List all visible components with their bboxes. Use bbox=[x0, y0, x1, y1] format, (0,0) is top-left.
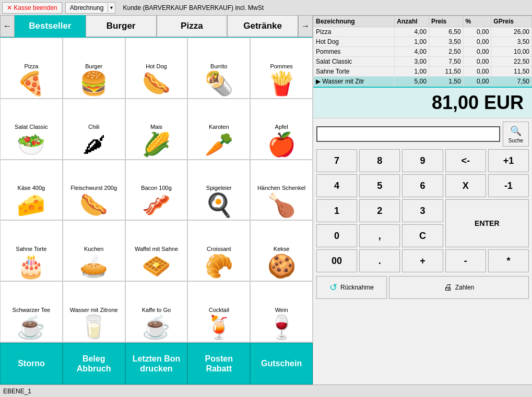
btn-8[interactable]: 8 bbox=[359, 149, 400, 172]
btn-minus[interactable]: - bbox=[445, 249, 486, 272]
product-label: Cocktail bbox=[209, 307, 229, 314]
search-icon: 🔍 bbox=[510, 125, 522, 137]
product-chili[interactable]: Chili🌶 bbox=[63, 99, 125, 160]
product-label: Kekse bbox=[274, 246, 290, 252]
product-spigeleier[interactable]: Spigeleier🍳 bbox=[187, 160, 250, 221]
product-waffel-mit-sahne[interactable]: Waffel mit Sahne🧇 bbox=[125, 220, 188, 281]
btn-plus1[interactable]: +1 bbox=[488, 149, 529, 172]
col-bezeichnung: Bezeichnung bbox=[314, 16, 395, 27]
product-fleischwurst-200g[interactable]: Fleischwurst 200g🌭 bbox=[63, 160, 125, 221]
tab-burger[interactable]: Burger bbox=[86, 15, 157, 37]
table-row[interactable]: Pommes 4,00 2,50 0,00 10,00 bbox=[314, 47, 532, 57]
product-icon: 🥐 bbox=[205, 255, 233, 278]
table-row[interactable]: Pizza 4,00 6,50 0,00 26,00 bbox=[314, 27, 532, 37]
product-wasser-mit-zitrone[interactable]: Wasser mit Zitrone🥛 bbox=[63, 281, 125, 342]
cell-pct: 0,00 bbox=[463, 27, 491, 37]
btn-dot[interactable]: . bbox=[359, 249, 400, 272]
btn-0[interactable]: 0 bbox=[316, 224, 357, 247]
product-burger[interactable]: Burger🍔 bbox=[63, 38, 125, 99]
order-table: Bezeichnung Anzahl Preis % GPreis Pizza … bbox=[313, 16, 532, 87]
category-tabs: ← Bestseller Burger Pizza Getränke → bbox=[0, 16, 313, 38]
btn-3[interactable]: 3 bbox=[402, 199, 443, 222]
product-salat-classic[interactable]: Salat Classic🥗 bbox=[0, 99, 63, 160]
product-käse-400g[interactable]: Käse 400g🧀 bbox=[0, 160, 63, 221]
btn-9[interactable]: 9 bbox=[402, 149, 443, 172]
btn-1[interactable]: 1 bbox=[316, 199, 357, 222]
search-label: Suche bbox=[509, 138, 523, 143]
product-croissant[interactable]: Croissant🥐 bbox=[187, 220, 250, 281]
zahlen-button[interactable]: 🖨 Zahlen bbox=[389, 276, 529, 299]
table-row[interactable]: ▶ Wasser mit Zitr 5,00 1,50 0,00 7,50 bbox=[314, 77, 532, 87]
product-pizza[interactable]: Pizza🍕 bbox=[0, 38, 63, 99]
tab-getraenke[interactable]: Getränke bbox=[227, 15, 298, 37]
btn-7[interactable]: 7 bbox=[316, 149, 357, 172]
product-icon: 🍹 bbox=[205, 316, 233, 339]
product-kekse[interactable]: Kekse🍪 bbox=[250, 220, 313, 281]
btn-6[interactable]: 6 bbox=[402, 174, 443, 197]
product-apfel[interactable]: Apfel🍎 bbox=[250, 99, 313, 160]
product-sahne-torte[interactable]: Sahne Torte🎂 bbox=[0, 220, 63, 281]
btn-mul[interactable]: * bbox=[488, 249, 529, 272]
right-panel: Bezeichnung Anzahl Preis % GPreis Pizza … bbox=[313, 16, 532, 384]
ruecknahme-button[interactable]: ↺ Rücknahme bbox=[316, 276, 387, 299]
cell-gpreis: 3,50 bbox=[491, 37, 532, 47]
btn-00[interactable]: 00 bbox=[316, 249, 357, 272]
action-storno[interactable]: Storno bbox=[0, 343, 63, 384]
product-bacon-100g[interactable]: Bacon 100g🥓 bbox=[125, 160, 188, 221]
product-mais[interactable]: Mais🌽 bbox=[125, 99, 188, 160]
product-cocktail[interactable]: Cocktail🍹 bbox=[187, 281, 250, 342]
product-schwarzer-tee[interactable]: Schwarzer Tee☕ bbox=[0, 281, 63, 342]
product-label: Sahne Torte bbox=[16, 246, 46, 252]
btn-4[interactable]: 4 bbox=[316, 174, 357, 197]
close-button[interactable]: ✕ Kasse beenden bbox=[2, 2, 62, 14]
product-icon: 🥛 bbox=[79, 316, 108, 339]
product-burrito[interactable]: Burrito🌯 bbox=[187, 38, 250, 99]
table-row[interactable]: Salat Classic 3,00 7,50 0,00 22,50 bbox=[314, 57, 532, 67]
action-letzten-bon-drucken[interactable]: Letzten Bon drucken bbox=[125, 343, 188, 384]
tab-bestseller[interactable]: Bestseller bbox=[15, 15, 86, 37]
action-gutschein[interactable]: Gutschein bbox=[250, 343, 313, 384]
btn-enter[interactable]: ENTER bbox=[445, 199, 529, 247]
cell-preis: 11,50 bbox=[429, 67, 463, 77]
product-icon: 🍕 bbox=[17, 72, 45, 95]
product-icon: 🍳 bbox=[205, 194, 233, 216]
btn-x[interactable]: X bbox=[445, 174, 486, 197]
numpad-input[interactable] bbox=[316, 126, 500, 142]
billing-arrow[interactable]: ▾ bbox=[108, 4, 115, 11]
product-icon: 🍪 bbox=[267, 255, 296, 278]
cell-gpreis: 11,50 bbox=[491, 67, 532, 77]
product-pommes[interactable]: Pommes🍟 bbox=[250, 38, 313, 99]
product-hänchen-schenkel[interactable]: Hänchen Schenkel🍗 bbox=[250, 160, 313, 221]
product-label: Salat Classic bbox=[15, 124, 48, 130]
prev-category-button[interactable]: ← bbox=[0, 15, 15, 37]
table-row[interactable]: Sahne Torte 1,00 11,50 0,00 11,50 bbox=[314, 67, 532, 77]
tab-pizza[interactable]: Pizza bbox=[157, 15, 228, 37]
btn-2[interactable]: 2 bbox=[359, 199, 400, 222]
search-button[interactable]: 🔍 Suche bbox=[503, 122, 529, 147]
btn-c[interactable]: C bbox=[402, 224, 443, 247]
product-grid: Pizza🍕Burger🍔Hot Dog🌭Burrito🌯Pommes🍟Sala… bbox=[0, 38, 313, 343]
product-label: Käse 400g bbox=[18, 185, 45, 191]
product-label: Waffel mit Sahne bbox=[135, 246, 178, 252]
table-row[interactable]: Hot Dog 1,00 3,50 0,00 3,50 bbox=[314, 37, 532, 47]
product-karoten[interactable]: Karoten🥕 bbox=[187, 99, 250, 160]
product-kaffe-to-go[interactable]: Kaffe to Go☕ bbox=[125, 281, 188, 342]
action-beleg-abbruch[interactable]: Beleg Abbruch bbox=[63, 343, 125, 384]
btn-plus[interactable]: + bbox=[402, 249, 443, 272]
next-category-button[interactable]: → bbox=[298, 15, 313, 37]
product-label: Wein bbox=[275, 307, 288, 314]
btn-backspace[interactable]: <- bbox=[445, 149, 486, 172]
cell-gpreis: 26,00 bbox=[491, 27, 532, 37]
product-icon: 🌯 bbox=[205, 72, 233, 95]
product-hot-dog[interactable]: Hot Dog🌭 bbox=[125, 38, 188, 99]
billing-main[interactable]: Abrechnung bbox=[66, 3, 109, 13]
cell-pct: 0,00 bbox=[463, 67, 491, 77]
product-wein[interactable]: Wein🍷 bbox=[250, 281, 313, 342]
customer-label: Kunde (BARVERKAUF BARVERKAUF) incl. MwSt bbox=[123, 4, 264, 11]
btn-minus1[interactable]: -1 bbox=[488, 174, 529, 197]
btn-5[interactable]: 5 bbox=[359, 174, 400, 197]
product-kuchen[interactable]: Kuchen🥧 bbox=[63, 220, 125, 281]
btn-comma[interactable]: , bbox=[359, 224, 400, 247]
action-posten-rabatt[interactable]: Posten Rabatt bbox=[187, 343, 250, 384]
cell-bezeichnung: Salat Classic bbox=[314, 57, 395, 67]
